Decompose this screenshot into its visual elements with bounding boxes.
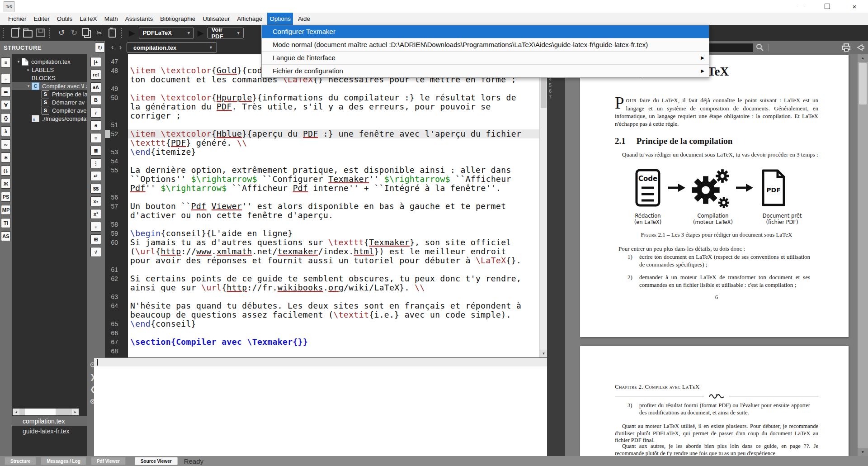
scroll-right-icon[interactable]: ▸ xyxy=(72,409,79,415)
statusbar-tab-source-viewer[interactable]: Source Viewer xyxy=(135,457,178,465)
enumerate-icon[interactable]: ≣ xyxy=(90,146,101,156)
menu-utilisateur[interactable]: Utilisateur xyxy=(200,13,232,25)
special-symbols-icon[interactable]: ∗ xyxy=(1,152,11,162)
greek-letters-icon[interactable]: λ xyxy=(1,126,11,136)
editor-line[interactable]: 63 xyxy=(105,292,539,301)
editor-line[interactable]: 54 xyxy=(105,157,539,166)
editor-line[interactable]: 58 xyxy=(105,220,539,229)
tree-item[interactable]: SCompiler ave xyxy=(12,106,87,114)
menu-outils[interactable]: Outils xyxy=(55,13,75,25)
editor-line[interactable]: 50\item \textcolor{Hpurple}{informations… xyxy=(105,93,539,102)
toolbar-grip[interactable] xyxy=(49,28,52,38)
bold-icon[interactable]: B xyxy=(90,95,101,105)
minimize-button[interactable]: — xyxy=(787,0,814,13)
editor-line[interactable]: \texttt{PDF} généré. \\ xyxy=(105,138,539,147)
redo-button[interactable]: ↻ xyxy=(68,27,80,39)
brackets-icon[interactable]: (]. xyxy=(1,166,11,176)
editor-line[interactable]: 51 xyxy=(105,120,539,129)
run-view-button[interactable]: ▶ xyxy=(198,29,204,37)
external-viewer-icon[interactable] xyxy=(856,43,865,52)
tree-item[interactable]: ▾compilation.tex xyxy=(12,57,87,66)
font-size-icon[interactable]: aA xyxy=(90,82,101,92)
cut-button[interactable]: ✂ xyxy=(94,27,105,39)
insert-ref-icon[interactable]: ref xyxy=(90,70,101,80)
editor-line[interactable]: 67\section{Compiler avec \Texmaker{}} xyxy=(105,338,539,347)
tree-item[interactable]: SDémarrer av xyxy=(12,98,87,106)
undo-button[interactable]: ↺ xyxy=(56,27,67,39)
tree-item[interactable]: ▸LABELS xyxy=(12,66,87,74)
insert-label-icon[interactable]: |+ xyxy=(90,57,101,67)
refresh-structure-button[interactable]: ↻ xyxy=(95,43,105,52)
frac-icon[interactable]: ÷ xyxy=(90,222,101,232)
infinity-symbols-icon[interactable]: ∞ xyxy=(1,139,11,149)
options-menu-item[interactable]: Langue de l'interface▶ xyxy=(262,51,709,64)
superscript-icon[interactable]: x² xyxy=(90,209,101,219)
editor-line[interactable]: 68 xyxy=(105,347,539,356)
editor-vscrollbar[interactable]: ▲ ▼ xyxy=(539,54,547,357)
editor-line[interactable]: corriger ; xyxy=(105,111,539,120)
options-menu-item[interactable]: Configurer Texmaker xyxy=(262,25,709,38)
tree-item[interactable]: ▾CCompiler avec \La xyxy=(12,82,87,90)
tree-expander-icon[interactable]: ▾ xyxy=(25,84,32,88)
statusbar-tab-pdf-viewer[interactable]: Pdf Viewer xyxy=(91,457,126,465)
maximize-button[interactable] xyxy=(814,0,841,13)
open-file-item[interactable]: guide-latex-fr.tex xyxy=(12,426,87,436)
menu-bibliographie[interactable]: Bibliographie xyxy=(158,13,198,25)
arrow-symbols-icon[interactable]: ⇒ xyxy=(1,87,11,97)
scroll-down-icon[interactable]: ▼ xyxy=(540,350,547,357)
scroll-up-icon[interactable]: ▲ xyxy=(858,54,868,62)
asymptote-icon[interactable]: AS xyxy=(1,231,11,241)
editor-line[interactable]: pour avoir des réponses et fournit aussi… xyxy=(105,256,539,265)
editor-line[interactable]: 62Si certains points de ce guide te semb… xyxy=(105,274,539,283)
view-command-select[interactable]: Voir PDF ▼ xyxy=(208,28,244,38)
paste-button[interactable] xyxy=(106,27,118,39)
editor-line[interactable]: la génération du PDF. Très utile, s'il y… xyxy=(105,102,539,111)
scroll-left-icon[interactable]: ◂ xyxy=(13,409,19,415)
toolbar-grip[interactable] xyxy=(121,28,124,38)
statusbar-tab-messages-log[interactable]: Messages / Log xyxy=(41,457,86,465)
tree-item[interactable]: SPrincipe de la xyxy=(12,90,87,98)
pdf-vscrollbar[interactable]: ▲ ▼ xyxy=(858,54,868,456)
inline-math-icon[interactable]: $$ xyxy=(90,184,101,194)
editor-line[interactable]: 56 xyxy=(105,193,539,202)
editor-line[interactable]: ainsi que sur \url{http://fr.wikibooks.o… xyxy=(105,283,539,292)
emph-icon[interactable]: e xyxy=(90,120,101,130)
pdf-page-list[interactable]: 4567 xyxy=(547,54,565,456)
editor-line[interactable]: 61 xyxy=(105,265,539,274)
editor-line[interactable]: (\url{http://www.xmlmath.net/texmaker/in… xyxy=(105,247,539,256)
editor-line[interactable]: 57Un bouton ``Pdf Viewer'' est alors dis… xyxy=(105,202,539,211)
structure-list-icon[interactable]: ≡ xyxy=(1,57,11,67)
scrollbar-track[interactable] xyxy=(19,409,72,415)
relation-symbols-icon[interactable]: ÷ xyxy=(1,74,11,84)
menu-assistants[interactable]: Assistants xyxy=(123,13,156,25)
italic-icon[interactable]: i xyxy=(90,108,101,118)
subscript-icon[interactable]: x₂ xyxy=(90,196,101,206)
menu-aide[interactable]: Aide xyxy=(296,13,312,25)
pdf-page-list-entry[interactable]: 6 xyxy=(547,88,565,94)
editor-line[interactable]: Pdf'' $\rightarrow$ ``Afficheur Pdf inte… xyxy=(105,184,539,193)
editor-line[interactable]: 55La dernière option, extrêmement pratiq… xyxy=(105,166,539,175)
copy-button[interactable] xyxy=(81,27,93,39)
new-document-button[interactable] xyxy=(9,27,21,39)
misc-symbols-icon[interactable]: ∀ xyxy=(1,100,11,110)
search-icon[interactable] xyxy=(756,43,764,52)
options-menu-item[interactable]: Mode normal (document maître actuel :D:\… xyxy=(262,38,709,51)
editor-line[interactable]: 60Si jamais tu as d'autres questions sur… xyxy=(105,238,539,247)
editor-line[interactable]: 49 xyxy=(105,84,539,93)
scrollbar-thumb[interactable] xyxy=(25,409,56,415)
menu-affichage[interactable]: Affichage xyxy=(235,13,264,25)
menu-fichier[interactable]: Fichier xyxy=(6,13,29,25)
sqrt-icon[interactable]: √ xyxy=(90,247,101,257)
run-compile-button[interactable]: ▶ xyxy=(129,29,135,37)
menu-options[interactable]: Options xyxy=(267,13,293,25)
next-document-button[interactable]: › xyxy=(119,43,122,51)
editor-line[interactable]: 65\end{conseil} xyxy=(105,319,539,328)
tree-expander-icon[interactable]: ▸ xyxy=(25,67,32,72)
editor-line[interactable]: 59\begin{conseil}{L'aide en ligne} xyxy=(105,229,539,238)
close-button[interactable]: × xyxy=(841,0,868,13)
delimiters-icon[interactable]: {} xyxy=(1,113,11,123)
pdf-page-list-entry[interactable]: 7 xyxy=(547,94,565,100)
options-menu-item[interactable]: Fichier de configuration▶ xyxy=(262,64,709,77)
editor-line[interactable]: beaucoup de questions assez facilement (… xyxy=(105,310,539,319)
tree-expander-icon[interactable]: ▾ xyxy=(15,59,22,64)
